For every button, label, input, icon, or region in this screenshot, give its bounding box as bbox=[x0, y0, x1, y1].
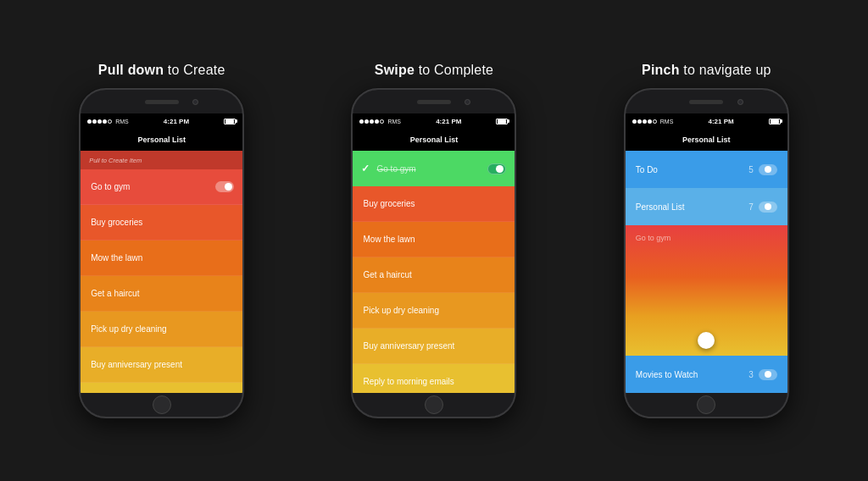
status-bar-2: RMS 4:21 PM bbox=[353, 113, 515, 129]
pinch-list-0[interactable]: To Do 5 bbox=[626, 151, 787, 188]
phone-top-2 bbox=[353, 90, 515, 113]
list-label-1: Buy groceries bbox=[91, 218, 142, 227]
swipe-label-2: Get a haircut bbox=[363, 270, 411, 279]
pull-banner: Pull to Create Item bbox=[81, 151, 242, 169]
speaker-1 bbox=[145, 100, 179, 104]
phone-3: RMS 4:21 PM Personal List To Do 5 bbox=[624, 88, 789, 418]
swipe-label-5: Reply to morning emails bbox=[363, 377, 453, 386]
nav-bar-1: Personal List bbox=[81, 129, 242, 151]
carrier-3: RMS bbox=[660, 119, 674, 124]
toggle-0[interactable] bbox=[215, 181, 234, 192]
pull-text: Pull to Create Item bbox=[89, 157, 142, 164]
home-button-3[interactable] bbox=[697, 395, 715, 414]
carrier-2: RMS bbox=[387, 119, 401, 124]
pinch-label-2: Movies to Watch bbox=[636, 370, 748, 379]
speaker-2 bbox=[417, 100, 451, 104]
dot3 bbox=[97, 119, 102, 124]
list-item-1[interactable]: Buy groceries bbox=[81, 205, 242, 240]
headline-bold-2: Swipe bbox=[375, 63, 415, 77]
pinch-count-1: 7 bbox=[748, 202, 754, 212]
nav-title-2: Personal List bbox=[410, 135, 459, 144]
phone-bottom-3 bbox=[626, 393, 787, 417]
time-1: 4:21 PM bbox=[164, 118, 189, 125]
section-pull-down: Pull down to Create RMS 4:21 PM bbox=[25, 63, 298, 418]
phone-2: RMS 4:21 PM Personal List ✓ Go to gym bbox=[351, 88, 516, 418]
swipe-label-4: Buy anniversary present bbox=[363, 341, 454, 351]
dot1 bbox=[87, 119, 92, 124]
list-label-0: Go to gym bbox=[91, 182, 130, 191]
list-item-0[interactable]: Go to gym bbox=[81, 169, 242, 205]
swipe-item-4[interactable]: Buy anniversary present bbox=[353, 329, 515, 364]
signal-dots-1 bbox=[87, 119, 112, 124]
status-bar-3: RMS 4:21 PM bbox=[626, 113, 787, 129]
phone-1: RMS 4:21 PM Personal List Pull to Create… bbox=[79, 88, 244, 418]
camera-dot-3 bbox=[737, 99, 743, 105]
dot2 bbox=[92, 119, 97, 124]
list-item-2[interactable]: Mow the lawn bbox=[81, 240, 242, 276]
section-headline-3: Pinch to navigate up bbox=[642, 63, 771, 78]
swipe-item-1[interactable]: Mow the lawn bbox=[353, 222, 515, 257]
pinch-toggle-2[interactable] bbox=[759, 369, 777, 380]
swipe-item-3[interactable]: Pick up dry cleaning bbox=[353, 293, 515, 329]
pinch-gradient: Go to gym bbox=[626, 225, 787, 356]
nav-bar-3: Personal List bbox=[626, 129, 787, 151]
screen-1: RMS 4:21 PM Personal List Pull to Create… bbox=[81, 113, 242, 393]
camera-dot-1 bbox=[192, 99, 198, 105]
swipe-item-5[interactable]: Reply to morning emails bbox=[353, 364, 515, 393]
list-item-5[interactable]: Buy anniversary present bbox=[81, 347, 242, 383]
signal-dots-2 bbox=[359, 119, 384, 124]
dot4 bbox=[103, 119, 107, 124]
swipe-item-0[interactable]: Buy groceries bbox=[353, 186, 515, 222]
swipe-label-0: Buy groceries bbox=[363, 199, 415, 208]
camera-dot-2 bbox=[465, 99, 470, 105]
pinch-handle[interactable] bbox=[698, 332, 715, 349]
home-button-2[interactable] bbox=[425, 395, 443, 414]
nav-title-3: Personal List bbox=[682, 135, 731, 144]
list-label-2: Mow the lawn bbox=[91, 253, 142, 263]
screen-2: RMS 4:21 PM Personal List ✓ Go to gym bbox=[353, 113, 515, 393]
swipe-label-1: Mow the lawn bbox=[363, 235, 415, 244]
headline-bold-1: Pull down bbox=[98, 63, 164, 77]
time-3: 4:21 PM bbox=[708, 118, 733, 125]
battery-2 bbox=[496, 119, 508, 124]
pinch-toggle-1[interactable] bbox=[759, 202, 777, 213]
list-screen-2: ✓ Go to gym Buy groceries Mow the lawn G… bbox=[353, 151, 515, 393]
list-item-6[interactable]: Reply to morning emails bbox=[81, 383, 242, 393]
pinch-toggle-0[interactable] bbox=[759, 164, 777, 175]
phone-top-3 bbox=[626, 90, 787, 113]
checkmark-icon: ✓ bbox=[361, 163, 370, 174]
list-label-4: Pick up dry cleaning bbox=[91, 324, 167, 334]
toggle-on[interactable] bbox=[487, 163, 506, 174]
nav-bar-2: Personal List bbox=[353, 129, 515, 151]
signal-dots-3 bbox=[632, 119, 657, 124]
pinch-label-0: To Do bbox=[636, 165, 748, 174]
list-label-3: Get a haircut bbox=[91, 289, 139, 298]
section-headline-2: Swipe to Complete bbox=[375, 63, 493, 78]
completed-row[interactable]: ✓ Go to gym bbox=[353, 151, 515, 186]
list-item-3[interactable]: Get a haircut bbox=[81, 276, 242, 312]
list-label-5: Buy anniversary present bbox=[91, 360, 182, 369]
pinch-label-1: Personal List bbox=[636, 202, 748, 212]
phone-top-1 bbox=[81, 90, 242, 113]
nav-title-1: Personal List bbox=[137, 135, 186, 144]
list-item-4[interactable]: Pick up dry cleaning bbox=[81, 312, 242, 347]
list-screen-1: Pull to Create Item Go to gym Buy grocer… bbox=[81, 151, 242, 393]
pinch-list-2[interactable]: Movies to Watch 3 bbox=[626, 356, 787, 393]
time-2: 4:21 PM bbox=[436, 118, 461, 125]
section-swipe: Swipe to Complete RMS 4:21 PM bbox=[298, 63, 570, 418]
status-bar-1: RMS 4:21 PM bbox=[81, 113, 242, 129]
pinch-count-0: 5 bbox=[748, 165, 754, 174]
home-button-1[interactable] bbox=[153, 395, 171, 414]
section-headline-1: Pull down to Create bbox=[98, 63, 225, 78]
completed-label: Go to gym bbox=[376, 164, 481, 174]
dot5 bbox=[108, 119, 112, 124]
speaker-3 bbox=[689, 100, 723, 104]
swipe-item-2[interactable]: Get a haircut bbox=[353, 257, 515, 293]
pinch-list-1[interactable]: Personal List 7 bbox=[626, 188, 787, 225]
phone-bottom-1 bbox=[81, 393, 242, 417]
headline-bold-3: Pinch bbox=[642, 63, 680, 77]
battery-area-1 bbox=[224, 119, 236, 124]
battery-fill-1 bbox=[225, 119, 234, 124]
battery-3 bbox=[769, 119, 781, 124]
screen-3: RMS 4:21 PM Personal List To Do 5 bbox=[626, 113, 787, 393]
